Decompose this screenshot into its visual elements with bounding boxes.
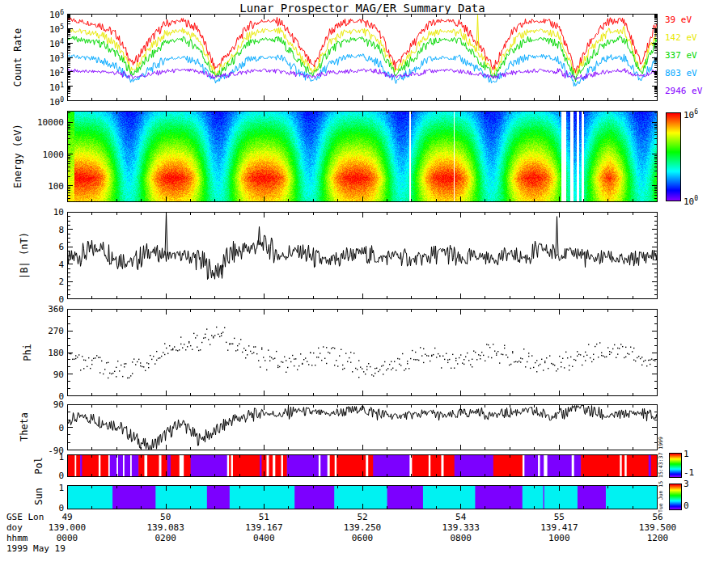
xtick-gse_lon-56: 56 [652, 513, 662, 522]
energy-ytick-1000: 1000 [43, 150, 65, 158]
phi-ytick-360: 360 [48, 305, 64, 314]
count-rate-ytick-10e2: 102 [49, 66, 64, 78]
y-axis-label-phi: Phi [22, 344, 33, 361]
pol-flag-bar [67, 454, 658, 477]
xtick-gse_lon-54: 54 [455, 513, 466, 522]
energy-colorbar-max-label: 106 [684, 108, 698, 120]
count-rate-ytick-10e0: 100 [49, 95, 64, 108]
theta-ytick-0: 0 [58, 423, 64, 432]
xtick-doy-139.500: 139.500 [639, 523, 676, 532]
energy-spectrogram-plot [67, 111, 658, 202]
xtick-doy-139.167: 139.167 [245, 523, 282, 532]
phi-ytick-180: 180 [48, 348, 64, 357]
theta-ytick--90: -90 [48, 446, 64, 455]
count-rate-ytick-10e4: 104 [49, 37, 64, 49]
plot-timestamp: Tue Jun 15 15:43:37 1999 [658, 437, 664, 513]
xtick-doy-139.333: 139.333 [442, 523, 479, 532]
xtick-hhmm-0200: 0200 [154, 534, 176, 543]
legend-item-39-ev: 39 eV [665, 15, 726, 24]
legend-item-803-ev: 803 eV [665, 69, 726, 78]
phi-plot [67, 309, 658, 396]
energy-colorbar [666, 112, 681, 201]
xaxis-row-label-gse-lon: GSE Lon [6, 513, 44, 522]
pol-colorbar-max-label: 1 [684, 450, 689, 458]
xtick-hhmm-0000: 0000 [57, 534, 78, 543]
pol-colorbar [669, 453, 682, 478]
y-axis-label-count-rate: Count Rate [12, 28, 23, 87]
pol-ytick-bottom: 0 [58, 471, 64, 480]
xtick-doy-139.000: 139.000 [49, 523, 86, 532]
bmag-ytick-8: 8 [58, 225, 64, 234]
pol-colorbar-min-label: -1 [684, 468, 694, 477]
xtick-gse_lon-52: 52 [357, 513, 367, 522]
xtick-hhmm-0400: 0400 [253, 534, 275, 543]
y-axis-label-bmag: |B| (nT) [19, 232, 30, 279]
figure-title: Lunar Prospector MAG/ER Summary Data [239, 2, 485, 15]
xaxis-row-label-doy: doy [6, 523, 23, 532]
sun-colorbar-max-label: 3 [684, 479, 689, 488]
y-axis-label-energy: Energy (eV) [12, 124, 23, 188]
bmag-ytick-0: 0 [58, 295, 64, 304]
xtick-gse_lon-50: 50 [160, 513, 171, 522]
xtick-gse_lon-49: 49 [61, 513, 72, 522]
y-axis-label-sun: Sun [33, 488, 44, 505]
sun-ytick-bottom: 0 [58, 504, 64, 513]
xtick-hhmm-1200: 1200 [647, 534, 669, 543]
count-rate-ytick-10e1: 101 [49, 81, 64, 93]
xtick-hhmm-1000: 1000 [548, 534, 570, 543]
sun-flag-bar [67, 485, 658, 509]
sun-colorbar-min-label: 0 [684, 501, 689, 510]
sun-ytick-top: 1 [58, 484, 64, 492]
theta-plot [67, 404, 658, 450]
xtick-doy-139.083: 139.083 [146, 523, 184, 532]
count-rate-ytick-10e5: 105 [49, 23, 64, 35]
xtick-doy-139.250: 139.250 [344, 523, 381, 532]
count-rate-legend: 39 eV142 eV337 eV803 eV2946 eV [665, 15, 726, 104]
count-rate-ytick-10e3: 103 [49, 52, 64, 64]
xtick-hhmm-0600: 0600 [352, 534, 374, 543]
bmag-ytick-4: 4 [58, 260, 64, 268]
phi-ytick-90: 90 [53, 370, 64, 379]
count-rate-ytick-10e6: 106 [49, 8, 64, 20]
bmag-plot [67, 212, 658, 299]
legend-item-142-ev: 142 eV [665, 33, 726, 42]
legend-item-2946-ev: 2946 eV [665, 87, 726, 95]
bmag-ytick-10: 10 [53, 208, 64, 217]
xtick-gse_lon-55: 55 [554, 513, 565, 522]
energy-ytick-10000: 10000 [37, 117, 64, 126]
xtick-hhmm-0800: 0800 [450, 534, 472, 543]
xaxis-row-label-hhmm: hhmm [6, 534, 28, 543]
sun-colorbar [669, 484, 682, 510]
theta-ytick-90: 90 [53, 400, 64, 409]
y-axis-label-theta: Theta [19, 412, 30, 441]
xtick-doy-139.417: 139.417 [540, 523, 578, 532]
energy-colorbar-min-label: 100 [684, 194, 698, 206]
xaxis-date-label: 1999 May 19 [6, 544, 66, 553]
legend-item-337-ev: 337 eV [665, 51, 726, 60]
phi-ytick-270: 270 [48, 327, 64, 336]
bmag-ytick-6: 6 [58, 243, 64, 251]
count-rate-plot [67, 14, 658, 101]
energy-ytick-100: 100 [48, 182, 64, 191]
y-axis-label-pol: Pol [33, 457, 44, 475]
xtick-gse_lon-51: 51 [259, 513, 269, 522]
bmag-ytick-2: 2 [58, 277, 64, 286]
lunar-prospector-summary-figure: Lunar Prospector MAG/ER Summary Data Cou… [0, 0, 728, 566]
